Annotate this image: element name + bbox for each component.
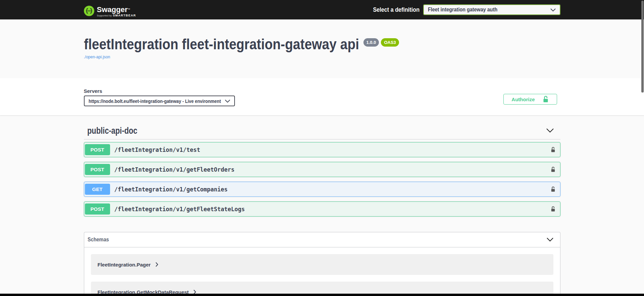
swagger-logo-icon: [84, 6, 94, 16]
method-badge: POST: [85, 164, 110, 175]
chevron-down-icon: [225, 100, 230, 103]
swagger-logo[interactable]: Swagger™ Supported bySMARTBEAR: [84, 2, 136, 17]
authorize-button[interactable]: Authorize: [503, 94, 557, 105]
api-main: public-api-doc POST /fleetIntegration/v1…: [77, 122, 567, 296]
spec-link[interactable]: ./open-api.json: [84, 55, 110, 59]
operation-path: /fleetIntegration/v1/getFleetStateLogs: [114, 206, 245, 213]
chevron-down-icon[interactable]: [547, 238, 553, 242]
oas3-badge: OAS3: [381, 38, 399, 47]
bottom-edge-bar: [0, 294, 644, 296]
chevron-right-icon: [155, 262, 158, 267]
operation-path: /fleetIntegration/v1/test: [114, 146, 200, 153]
lock-icon[interactable]: [550, 166, 556, 173]
operation-path: /fleetIntegration/v1/getCompanies: [114, 186, 228, 193]
scrollbar-thumb[interactable]: [641, 1, 644, 93]
schemas-title: Schemas: [88, 236, 109, 244]
unlock-icon: [542, 96, 549, 103]
method-badge: GET: [85, 184, 110, 195]
logo-tagline: Supported bySMARTBEAR: [97, 14, 136, 17]
method-badge: POST: [85, 144, 110, 155]
version-badge: 1.0.0: [363, 38, 379, 47]
operation-path: /fleetIntegration/v1/getFleetOrders: [114, 166, 235, 173]
scheme-container: Servers https://node.bolt.eu/fleet-integ…: [0, 78, 644, 115]
method-badge: POST: [85, 203, 110, 215]
operation-row[interactable]: POST /fleetIntegration/v1/getFleetStateL…: [84, 201, 560, 217]
api-section-title: public-api-doc: [87, 125, 137, 136]
api-title: fleetIntegration fleet-integration-gatew…: [84, 37, 359, 52]
lock-icon[interactable]: [550, 186, 556, 192]
schemas-header[interactable]: Schemas: [84, 232, 560, 247]
operations-list: POST /fleetIntegration/v1/test POST /fle…: [84, 139, 560, 217]
select-definition-label: Select a definition: [373, 6, 420, 13]
servers-label: Servers: [84, 88, 235, 94]
lock-icon[interactable]: [550, 206, 556, 212]
servers-block: Servers https://node.bolt.eu/fleet-integ…: [84, 88, 235, 106]
server-select[interactable]: https://node.bolt.eu/fleet-integration-g…: [84, 96, 235, 106]
api-section-header[interactable]: public-api-doc: [84, 122, 560, 139]
operation-row[interactable]: POST /fleetIntegration/v1/getFleetOrders: [84, 162, 560, 177]
brand-name: Swagger: [97, 5, 128, 14]
topbar: Swagger™ Supported bySMARTBEAR Select a …: [0, 0, 644, 19]
schema-model-row[interactable]: FleetIntegration.Pager: [91, 254, 553, 275]
operation-row[interactable]: POST /fleetIntegration/v1/test: [84, 142, 560, 157]
info-section: fleetIntegration fleet-integration-gatew…: [0, 19, 644, 78]
models-list: FleetIntegration.Pager FleetIntegration.…: [84, 254, 560, 296]
model-name: FleetIntegration.Pager: [98, 262, 151, 268]
lock-icon[interactable]: [550, 146, 556, 153]
trademark: ™: [128, 8, 130, 11]
definition-select[interactable]: Fleet integration gateway auth: [423, 4, 560, 15]
operation-row[interactable]: GET /fleetIntegration/v1/getCompanies: [84, 182, 560, 197]
schemas-section: Schemas FleetIntegration.Pager FleetInte…: [84, 232, 560, 296]
chevron-down-icon[interactable]: [546, 128, 554, 133]
chevron-down-icon: [550, 8, 556, 11]
